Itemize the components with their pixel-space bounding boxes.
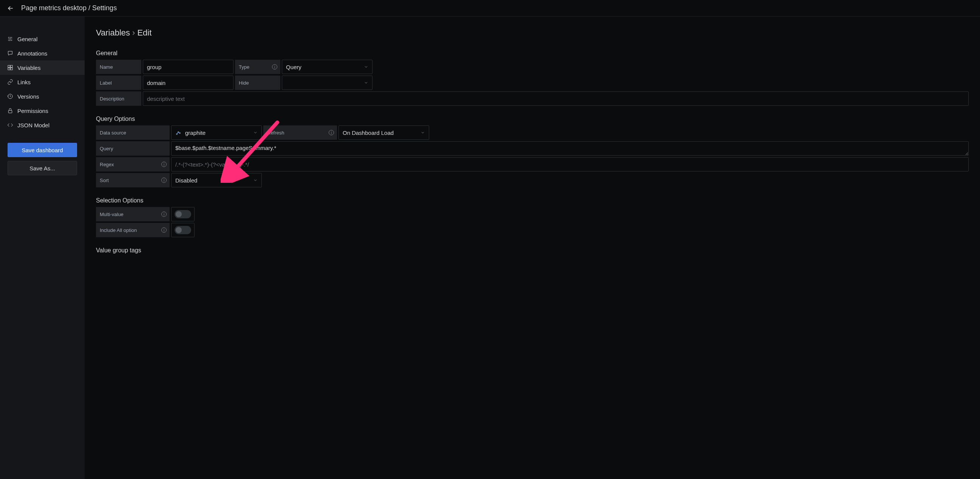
query-input[interactable]: [171, 141, 969, 156]
multivalue-toggle-cell: [171, 207, 194, 221]
includeall-toggle[interactable]: [175, 226, 191, 234]
sidebar-item-label: Links: [18, 79, 30, 85]
datasource-select[interactable]: graphite: [171, 126, 262, 140]
sidebar-item-links[interactable]: Links: [0, 75, 84, 89]
query-label: Query: [96, 141, 170, 156]
info-icon[interactable]: i: [272, 64, 277, 70]
sidebar-item-annotations[interactable]: Annotations: [0, 46, 84, 60]
info-icon[interactable]: i: [161, 162, 167, 167]
multivalue-toggle[interactable]: [175, 210, 191, 218]
chevron-down-icon: [364, 80, 368, 85]
back-button[interactable]: [5, 2, 17, 14]
name-label: Name: [96, 60, 141, 74]
sidebar-item-label: Variables: [18, 65, 40, 71]
lock-icon: [7, 107, 14, 114]
chevron-down-icon: [420, 130, 425, 135]
chevron-down-icon: [364, 65, 368, 69]
svg-rect-4: [8, 110, 12, 113]
breadcrumb: Page metrics desktop / Settings: [21, 4, 117, 12]
info-icon[interactable]: i: [161, 212, 167, 217]
sidebar-item-label: Versions: [18, 93, 39, 100]
hide-select[interactable]: [282, 76, 372, 90]
arrow-left-icon: [7, 5, 14, 12]
sidebar-item-label: JSON Model: [18, 122, 49, 129]
refresh-label: Refresh i: [263, 126, 337, 140]
sidebar-item-label: Permissions: [18, 108, 48, 114]
refresh-select[interactable]: On Dashboard Load: [339, 126, 429, 140]
sidebar-item-label: Annotations: [18, 50, 47, 57]
chevron-down-icon: [253, 130, 258, 135]
graphite-icon: [175, 130, 181, 135]
section-heading-general: General: [96, 50, 969, 57]
sidebar-item-label: General: [18, 36, 37, 42]
svg-rect-2: [8, 68, 10, 70]
grid-icon: [7, 64, 14, 71]
sidebar-item-versions[interactable]: Versions: [0, 89, 84, 103]
comment-icon: [7, 50, 14, 57]
regex-label: Regex i: [96, 157, 170, 172]
sliders-icon: [7, 35, 14, 42]
svg-rect-3: [11, 68, 13, 70]
section-heading-value-group-tags: Value group tags: [96, 247, 969, 254]
sort-select[interactable]: Disabled: [171, 173, 262, 187]
code-icon: [7, 122, 14, 129]
datasource-label: Data source: [96, 126, 170, 140]
save-as-button[interactable]: Save As...: [8, 161, 77, 175]
label-label: Label: [96, 76, 141, 90]
history-icon: [7, 93, 14, 100]
svg-rect-0: [8, 65, 10, 67]
link-icon: [7, 79, 14, 85]
chevron-down-icon: [253, 178, 258, 183]
sidebar-item-variables[interactable]: Variables: [0, 60, 84, 75]
info-icon[interactable]: i: [161, 178, 167, 183]
section-heading-query-options: Query Options: [96, 116, 969, 123]
includeall-label: Include All option i: [96, 223, 170, 237]
type-select[interactable]: Query: [282, 60, 372, 74]
info-icon[interactable]: i: [161, 228, 167, 233]
label-input[interactable]: [143, 76, 234, 90]
includeall-toggle-cell: [171, 223, 194, 237]
page-title: Variables›Edit: [96, 28, 969, 38]
type-label: Type i: [235, 60, 280, 74]
name-input[interactable]: [143, 60, 234, 74]
hide-label: Hide: [235, 76, 280, 90]
description-label: Description: [96, 91, 141, 106]
sidebar-item-json-model[interactable]: JSON Model: [0, 118, 84, 132]
sidebar-item-permissions[interactable]: Permissions: [0, 103, 84, 118]
section-heading-selection-options: Selection Options: [96, 197, 969, 204]
regex-input[interactable]: [171, 157, 969, 172]
description-input[interactable]: [143, 91, 969, 106]
sidebar-item-general[interactable]: General: [0, 32, 84, 46]
sort-label: Sort i: [96, 173, 170, 187]
info-icon[interactable]: i: [329, 130, 334, 135]
multivalue-label: Multi-value i: [96, 207, 170, 221]
svg-rect-1: [11, 65, 13, 67]
settings-sidebar: General Annotations Variables Links Vers…: [0, 17, 84, 479]
save-dashboard-button[interactable]: Save dashboard: [8, 143, 77, 157]
